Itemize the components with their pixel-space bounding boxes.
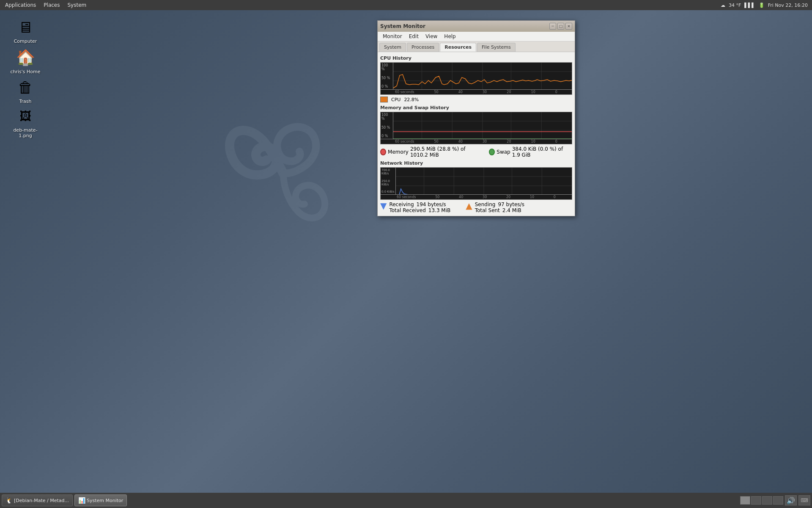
receiving-rate: 194 bytes/s — [417, 202, 446, 207]
cpu-history-heading: CPU History — [380, 55, 572, 61]
taskbar-btn-debian-label: [Debian-Mate / Metad... — [14, 498, 69, 503]
file-label: deb-mate-1.png — [10, 127, 41, 138]
window-controls: ─ □ ✕ — [549, 23, 572, 30]
cpu-value: 22.8% — [404, 97, 419, 102]
net-time-labels: 60 seconds 50 40 30 20 10 0 — [380, 195, 572, 200]
workspace-1[interactable] — [740, 496, 750, 505]
tab-filesystems[interactable]: File Systems — [477, 43, 516, 52]
send-arrow-icon: ▲ — [466, 202, 472, 210]
total-sent-value: 2.4 MiB — [502, 207, 521, 213]
sending-rate: 97 bytes/s — [498, 202, 524, 207]
home-label: chris's Home — [10, 69, 40, 75]
memory-label: Memory — [388, 149, 409, 155]
taskbar-btn-sysmon-label: System Monitor — [87, 498, 123, 503]
home-icon: 🏠 — [15, 47, 36, 68]
cpu-color-indicator — [380, 97, 388, 102]
mem-time-labels: 60 seconds 50 40 30 20 10 0 — [380, 139, 572, 144]
network-stat-row: ▼ Receiving 194 bytes/s Total Received 1… — [380, 202, 572, 213]
temperature-display: 34 °F — [729, 3, 741, 8]
applications-menu[interactable]: Applications — [2, 1, 39, 9]
workspace-4[interactable] — [773, 496, 783, 505]
file-icon: 🖼 — [15, 106, 36, 126]
places-menu[interactable]: Places — [40, 1, 63, 9]
top-menubar-right: ☁ 34 °F ▌▌▌ 🔋 Fri Nov 22, 16:20 — [721, 3, 810, 8]
window-menubar: Monitor Edit View Help — [378, 32, 575, 41]
trash-icon: 🗑 — [15, 77, 36, 97]
net-graph-label-0: 0.0 KiB/s — [381, 190, 395, 193]
total-received-label: Total Received — [389, 207, 425, 213]
swap-color-indicator — [489, 149, 495, 155]
network-graph — [395, 167, 572, 195]
computer-icon: 🖥 — [15, 17, 36, 37]
desktop-icon-file[interactable]: 🖼 deb-mate-1.png — [8, 104, 42, 140]
taskbar: 🐧 [Debian-Mate / Metad... 📊 System Monit… — [0, 493, 812, 508]
trash-label: Trash — [19, 99, 31, 104]
window-titlebar[interactable]: System Monitor ─ □ ✕ — [378, 21, 575, 32]
net-graph-label-700: 700.0 KiB/s — [381, 168, 395, 175]
window-title: System Monitor — [380, 23, 425, 29]
receiving-label: Receiving — [389, 202, 414, 207]
taskbar-btn-debian[interactable]: 🐧 [Debian-Mate / Metad... — [2, 494, 73, 506]
workspace-3[interactable] — [762, 496, 772, 505]
cpu-time-labels: 60 seconds 50 40 30 20 10 0 — [380, 90, 572, 95]
sending-label: Sending — [475, 202, 496, 207]
cpu-graph-label-0: 0 % — [381, 85, 392, 88]
receive-arrow-icon: ▼ — [380, 202, 387, 210]
monitor-menu[interactable]: Monitor — [379, 33, 406, 40]
top-menubar-left: Applications Places System — [2, 1, 90, 9]
network-strength-icon: ▌▌▌ — [744, 3, 755, 8]
edit-menu[interactable]: Edit — [406, 33, 422, 40]
total-received-value: 13.3 MiB — [428, 207, 450, 213]
mem-graph-label-0: 0 % — [381, 134, 392, 138]
memory-stat-row: Memory 290.5 MiB (28.8 %) of 1010.2 MiB … — [380, 146, 572, 158]
sysmon-window: System Monitor ─ □ ✕ Monitor Edit View H… — [377, 20, 575, 216]
computer-label: Computer — [14, 39, 37, 44]
window-maximize-button[interactable]: □ — [557, 23, 564, 30]
keyboard-icon[interactable]: ⌨ — [798, 495, 810, 505]
cpu-graph-label-100: 100 % — [381, 64, 392, 71]
tab-resources[interactable]: Resources — [440, 43, 476, 52]
cpu-label: CPU — [391, 97, 401, 102]
volume-icon[interactable]: 🔊 — [785, 495, 797, 505]
taskbar-right: 🔊 ⌨ — [740, 495, 810, 505]
window-content: CPU History 100 % 50 % 0 % — [378, 52, 575, 216]
desktop-icon-trash[interactable]: 🗑 Trash — [8, 75, 42, 106]
memory-value: 290.5 MiB (28.8 %) of 1010.2 MiB — [410, 146, 482, 158]
debian-taskbar-icon: 🐧 — [5, 497, 12, 504]
net-graph-label-250: 250.0 KiB/s — [381, 179, 395, 186]
desktop-icon-home[interactable]: 🏠 chris's Home — [8, 46, 42, 76]
window-tabs: System Processes Resources File Systems — [378, 41, 575, 52]
system-menu[interactable]: System — [64, 1, 90, 9]
desktop: Applications Places System ☁ 34 °F ▌▌▌ 🔋… — [0, 0, 812, 508]
window-close-button[interactable]: ✕ — [565, 23, 572, 30]
mem-graph-label-100: 100 % — [381, 113, 392, 121]
help-menu[interactable]: Help — [441, 33, 459, 40]
weather-icon: ☁ — [721, 3, 725, 8]
total-sent-label: Total Sent — [475, 207, 500, 213]
view-menu[interactable]: View — [422, 33, 441, 40]
cpu-graph-label-50: 50 % — [381, 76, 392, 80]
debian-swirl-logo — [195, 106, 372, 241]
swap-label: Swap — [497, 149, 510, 155]
memory-history-heading: Memory and Swap History — [380, 105, 572, 110]
datetime-display: Fri Nov 22, 16:20 — [768, 3, 808, 8]
memory-color-indicator — [380, 149, 386, 155]
cpu-stat-row: CPU 22.8% — [380, 97, 572, 102]
workspace-switcher — [740, 496, 783, 505]
mem-graph-label-50: 50 % — [381, 126, 392, 130]
swap-value: 384.0 KiB (0.0 %) of 1.9 GiB — [512, 146, 572, 158]
memory-graph — [393, 112, 572, 139]
desktop-icon-computer[interactable]: 🖥 Computer — [8, 15, 42, 46]
cpu-graph — [393, 62, 572, 90]
workspace-2[interactable] — [751, 496, 761, 505]
battery-icon: 🔋 — [759, 3, 765, 8]
tab-processes[interactable]: Processes — [407, 43, 439, 52]
window-minimize-button[interactable]: ─ — [549, 23, 556, 30]
tab-system[interactable]: System — [379, 43, 406, 52]
taskbar-btn-sysmon[interactable]: 📊 System Monitor — [74, 494, 127, 506]
sysmon-taskbar-icon: 📊 — [78, 497, 85, 504]
network-history-heading: Network History — [380, 160, 572, 166]
top-menubar: Applications Places System ☁ 34 °F ▌▌▌ 🔋… — [0, 0, 812, 10]
